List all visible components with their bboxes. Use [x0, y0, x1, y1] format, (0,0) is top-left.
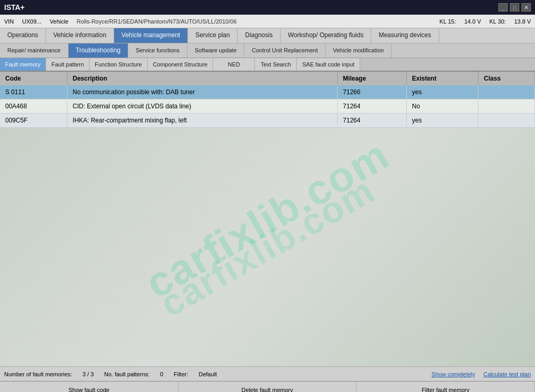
nav-tab-fault-memory[interactable]: Fault memory: [0, 58, 46, 71]
col-description: Description: [67, 72, 337, 85]
fault-patterns-label: No. fault patterns:: [104, 371, 150, 377]
cell-mileage: 71264: [338, 99, 407, 114]
nav-tab-ned[interactable]: NED: [213, 58, 255, 71]
table-header: Code Description Mileage Existent Class: [0, 72, 535, 85]
table-container: Code Description Mileage Existent Class …: [0, 72, 535, 128]
kl30-label: KL 30:: [489, 18, 506, 25]
cell-existent: yes: [407, 85, 478, 99]
cell-description: CID: External open circuit (LVDS data li…: [67, 99, 337, 114]
cell-mileage: 71264: [338, 114, 407, 128]
nav-tab-component-structure[interactable]: Component Structure: [148, 58, 214, 71]
status-right: Show completely Calculate test plan: [431, 371, 531, 377]
main-content: carfixlib.com Code Description Mileage E…: [0, 72, 535, 366]
kl15-label: KL 15:: [440, 18, 456, 25]
nav-tab-control-unit[interactable]: Control Unit Replacement: [244, 43, 326, 58]
nav-tab-measuring[interactable]: Measuring devices: [371, 28, 439, 43]
nav-tab-sae-fault[interactable]: SAE fault code input: [297, 58, 360, 71]
cell-class: [478, 114, 535, 128]
nav-tab-fault-pattern[interactable]: Fault pattern: [46, 58, 90, 71]
window-controls[interactable]: _ □ ✕: [498, 3, 531, 12]
filter-label: Filter:: [174, 371, 188, 377]
action-bar: Show fault codeDelete fault memoryFilter…: [0, 381, 535, 392]
maximize-button[interactable]: □: [510, 3, 519, 12]
app-title: ISTA+: [4, 3, 25, 12]
cell-description: IHKA: Rear-compartment mixing flap, left: [67, 114, 337, 128]
nav-tab-operations[interactable]: Operations: [0, 28, 46, 43]
nav-tab-troubleshooting[interactable]: Troubleshooting: [69, 43, 129, 58]
table-row[interactable]: 009C5F IHKA: Rear-compartment mixing fla…: [0, 114, 535, 128]
cell-class: [478, 99, 535, 114]
col-existent: Existent: [407, 72, 478, 85]
nav-tab-workshop[interactable]: Workshop/ Operating fluids: [281, 28, 372, 43]
fault-table: Code Description Mileage Existent Class …: [0, 72, 535, 128]
cell-existent: yes: [407, 114, 478, 128]
action-button[interactable]: Show fault code: [0, 382, 179, 392]
col-mileage: Mileage: [338, 72, 407, 85]
cell-existent: No: [407, 99, 478, 114]
nav-tab-software-update[interactable]: Software update: [187, 43, 244, 58]
nav-row-1: OperationsVehicle informationVehicle man…: [0, 28, 535, 43]
status-bar: Number of fault memories: 3 / 3 No. faul…: [0, 366, 535, 381]
nav-tab-vehicle-mgmt[interactable]: Vehicle management: [114, 28, 188, 43]
cell-class: [478, 85, 535, 99]
vin-value: UX09...: [22, 18, 41, 25]
cell-description: No communication possible with: DAB tune…: [67, 85, 337, 99]
vin-label: VIN: [4, 18, 14, 25]
nav-tab-service-functions[interactable]: Service functions: [128, 43, 187, 58]
kl15-value: 14.0 V: [464, 18, 481, 25]
calculate-test[interactable]: Calculate test plan: [484, 371, 531, 377]
fault-memories-value: 3 / 3: [83, 371, 94, 377]
col-code: Code: [0, 72, 67, 85]
cell-code: 00A468: [0, 99, 67, 114]
title-bar: ISTA+ _ □ ✕: [0, 0, 535, 15]
info-bar: VIN UX09... Vehicle Rolls-Royce/RR1/SEDA…: [0, 15, 535, 28]
watermark-text-2: carfixlib.com: [153, 169, 382, 325]
nav-tab-text-search[interactable]: Text Search: [255, 58, 297, 71]
kl30-value: 13.8 V: [514, 18, 531, 25]
table-row[interactable]: S 0111 No communication possible with: D…: [0, 85, 535, 99]
filter-value: Default: [198, 371, 217, 377]
cell-mileage: 71266: [338, 85, 407, 99]
table-row[interactable]: 00A468 CID: External open circuit (LVDS …: [0, 99, 535, 114]
nav-tab-function-structure[interactable]: Function Structure: [90, 58, 148, 71]
col-class: Class: [478, 72, 535, 85]
nav-tab-repair[interactable]: Repair/ maintenance: [0, 43, 69, 58]
close-button[interactable]: ✕: [521, 3, 531, 12]
vehicle-label: Vehicle: [50, 18, 68, 25]
cell-code: S 0111: [0, 85, 67, 99]
nav-row-3: Fault memoryFault patternFunction Struct…: [0, 58, 535, 72]
action-button[interactable]: Filter fault memory: [356, 382, 535, 392]
fault-patterns-value: 0: [160, 371, 163, 377]
fault-memories-label: Number of fault memories:: [4, 371, 72, 377]
content-area: carfixlib.com: [0, 128, 535, 366]
nav-row-2: Repair/ maintenanceTroubleshootingServic…: [0, 43, 535, 59]
nav-tab-service-plan[interactable]: Service plan: [188, 28, 238, 43]
action-button[interactable]: Delete fault memory: [179, 382, 357, 392]
nav-tab-vehicle-info[interactable]: Vehicle information: [46, 28, 114, 43]
kl-info: KL 15: 14.0 V KL 30: 13.8 V: [440, 18, 531, 25]
cell-code: 009C5F: [0, 114, 67, 128]
nav-tab-vehicle-mod[interactable]: Vehicle modification: [326, 43, 392, 58]
watermark-2: carfixlib.com: [0, 128, 535, 366]
nav-tab-diagnosis[interactable]: Diagnosis: [238, 28, 281, 43]
fault-table-body: S 0111 No communication possible with: D…: [0, 85, 535, 128]
show-completely[interactable]: Show completely: [431, 371, 475, 377]
vehicle-value: Rolls-Royce/RR1/SEDAN/Phantom/N73/AUTO/U…: [77, 18, 237, 25]
minimize-button[interactable]: _: [498, 3, 508, 12]
